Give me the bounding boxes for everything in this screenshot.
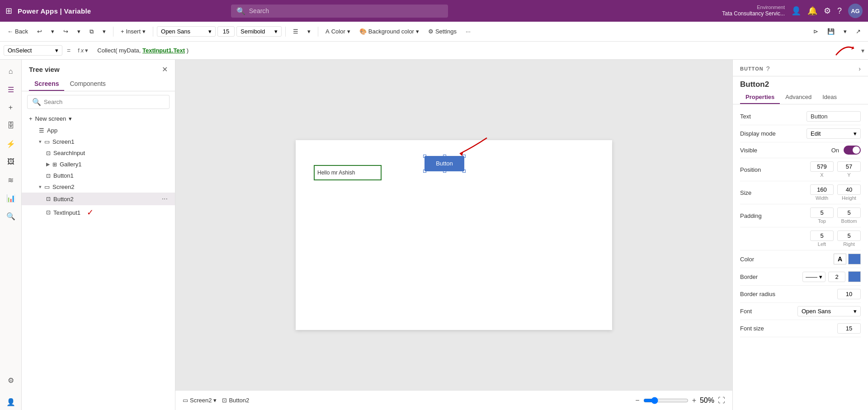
tree-item-app[interactable]: ☰ App <box>22 125 175 136</box>
tree-item-gallery1[interactable]: ▶ ⊞ Gallery1 <box>22 159 175 170</box>
fx-button[interactable]: f x ▾ <box>75 47 91 54</box>
border-style-selector[interactable]: —— ▾ <box>802 272 826 282</box>
fullscreen-button[interactable]: ⛶ <box>718 396 725 405</box>
data-icon[interactable]: 🗄 <box>3 118 19 134</box>
back-label: Back <box>15 28 28 35</box>
tree-item-button1[interactable]: ⊡ Button1 <box>22 170 175 181</box>
color-label: Color <box>331 28 345 35</box>
media-icon[interactable]: 🖼 <box>3 154 19 170</box>
border-color-swatch[interactable] <box>848 271 861 282</box>
account-icon[interactable]: 👤 <box>3 394 19 410</box>
tree-item-searchinput[interactable]: ⊡ SearchInput <box>22 147 175 159</box>
tree-item-screen2[interactable]: ▾ ▭ Screen2 <box>22 181 175 193</box>
publish-button[interactable]: ↗ <box>852 26 864 37</box>
app-icon: ☰ <box>39 127 44 134</box>
current-component-selector[interactable]: ⊡ Button2 <box>222 397 249 404</box>
tab-advanced[interactable]: Advanced <box>780 91 817 104</box>
tree-view-icon[interactable]: ☰ <box>3 81 19 98</box>
zoom-in-button[interactable]: + <box>692 396 696 405</box>
border-width-input[interactable] <box>828 272 845 282</box>
grid-icon[interactable]: ⊞ <box>5 6 12 16</box>
font-family-selector[interactable]: Open Sans ▾ <box>157 26 216 37</box>
height-input[interactable] <box>837 184 861 195</box>
redo-dropdown-button[interactable]: ▾ <box>74 26 84 37</box>
tree-tab-components[interactable]: Components <box>64 77 111 91</box>
formula-prefix: Collect( myData, <box>97 47 142 54</box>
left-sidebar: ⌂ ☰ + 🗄 ⚡ 🖼 ≋ 📊 🔍 ⚙ 👤 <box>0 60 22 410</box>
font-size-prop-input[interactable] <box>837 323 861 334</box>
display-mode-dropdown[interactable]: Edit ▾ <box>807 128 861 139</box>
property-selector[interactable]: OnSelect ▾ <box>4 45 62 56</box>
back-button[interactable]: ← Back <box>4 26 32 37</box>
visible-toggle[interactable] <box>844 146 861 155</box>
analytics-icon[interactable]: 📊 <box>3 190 19 206</box>
insert-icon[interactable]: + <box>3 99 19 116</box>
power-automate-icon[interactable]: ≋ <box>3 172 19 188</box>
notifications-icon[interactable]: 🔔 <box>807 6 817 16</box>
tab-properties[interactable]: Properties <box>740 91 780 104</box>
save-dropdown-button[interactable]: ▾ <box>840 26 850 37</box>
copy-button[interactable]: ⧉ <box>86 26 97 37</box>
tree-search-input[interactable] <box>44 99 165 105</box>
fill-color-swatch[interactable] <box>848 254 861 264</box>
text-color-button[interactable]: A Color ▾ <box>322 26 354 37</box>
undo-dropdown-button[interactable]: ▾ <box>47 26 58 37</box>
help-icon[interactable]: ? <box>837 6 842 16</box>
search-icon[interactable]: 🔍 <box>3 208 19 224</box>
tab-ideas[interactable]: Ideas <box>817 91 842 104</box>
user-avatar[interactable]: AG <box>848 4 863 18</box>
font-selector[interactable]: Open Sans ▾ <box>797 306 861 316</box>
padding-right-input[interactable] <box>837 231 861 241</box>
new-screen-button[interactable]: + New screen ▾ <box>22 113 175 125</box>
tree-search-bar[interactable]: 🔍 <box>27 95 170 109</box>
profile-icon[interactable]: 👤 <box>791 6 801 16</box>
paste-button[interactable]: ▾ <box>99 26 109 37</box>
list-dropdown-button[interactable]: ▾ <box>304 26 314 37</box>
app-title: Power Apps | Variable <box>18 7 91 15</box>
padding-bottom-input[interactable] <box>837 207 861 218</box>
padding-left-input[interactable] <box>810 231 834 241</box>
variables-icon[interactable]: ⚡ <box>3 136 19 152</box>
preview-button[interactable]: ⊳ <box>810 26 822 37</box>
y-position-input[interactable] <box>837 161 861 172</box>
save-button[interactable]: 💾 <box>824 26 838 37</box>
list-button[interactable]: ☰ <box>289 26 302 37</box>
bg-color-button[interactable]: 🎨 Background color ▾ <box>356 26 423 37</box>
ellipsis-button[interactable]: ··· <box>162 195 168 203</box>
tree-tab-screens[interactable]: Screens <box>29 77 64 91</box>
canvas-button[interactable]: Button <box>425 156 464 171</box>
zoom-out-button[interactable]: − <box>635 396 639 405</box>
settings-button[interactable]: ⚙ Settings <box>425 26 460 37</box>
expand-icon[interactable]: ▾ <box>861 47 864 54</box>
canvas-frame[interactable]: Hello mr Ashish Button <box>296 140 612 330</box>
insert-button[interactable]: + Insert ▾ <box>117 26 149 37</box>
x-position-input[interactable] <box>810 161 834 172</box>
topbar-search-bar[interactable]: 🔍 <box>231 5 448 18</box>
settings-bottom-icon[interactable]: ⚙ <box>3 372 19 388</box>
text-color-swatch[interactable]: A <box>834 254 846 264</box>
text-prop-value[interactable]: Button <box>807 111 861 122</box>
zoom-slider[interactable] <box>643 397 689 404</box>
settings-icon[interactable]: ⚙ <box>824 6 831 16</box>
font-weight-selector[interactable]: Semibold ▾ <box>236 26 282 37</box>
canvas-textbox[interactable]: Hello mr Ashish <box>314 165 382 180</box>
tree-item-textinput1[interactable]: ⊡ TextInput1 ✓ <box>22 205 175 220</box>
home-icon[interactable]: ⌂ <box>3 63 19 80</box>
position-inputs: X Y <box>810 161 861 178</box>
width-input[interactable] <box>810 184 834 195</box>
topbar-search-input[interactable] <box>249 7 443 14</box>
tree-panel-close-button[interactable]: ✕ <box>162 65 168 74</box>
expand-panel-icon[interactable]: › <box>859 65 861 72</box>
padding-top-input[interactable] <box>810 207 834 218</box>
undo-button[interactable]: ↩ <box>33 26 46 37</box>
current-screen-selector[interactable]: ▭ Screen2 ▾ <box>183 397 217 404</box>
redo-button[interactable]: ↪ <box>60 26 72 37</box>
font-size-input[interactable] <box>217 26 235 37</box>
border-radius-input[interactable] <box>837 289 861 299</box>
more-button[interactable]: ··· <box>462 26 474 37</box>
canvas-button-container[interactable]: Button <box>425 156 464 171</box>
help-icon[interactable]: ? <box>766 65 770 72</box>
tree-item-button2[interactable]: ⊡ Button2 ··· <box>22 193 175 205</box>
tree-item-screen1[interactable]: ▾ ▭ Screen1 <box>22 136 175 147</box>
settings-label: Settings <box>435 28 457 35</box>
